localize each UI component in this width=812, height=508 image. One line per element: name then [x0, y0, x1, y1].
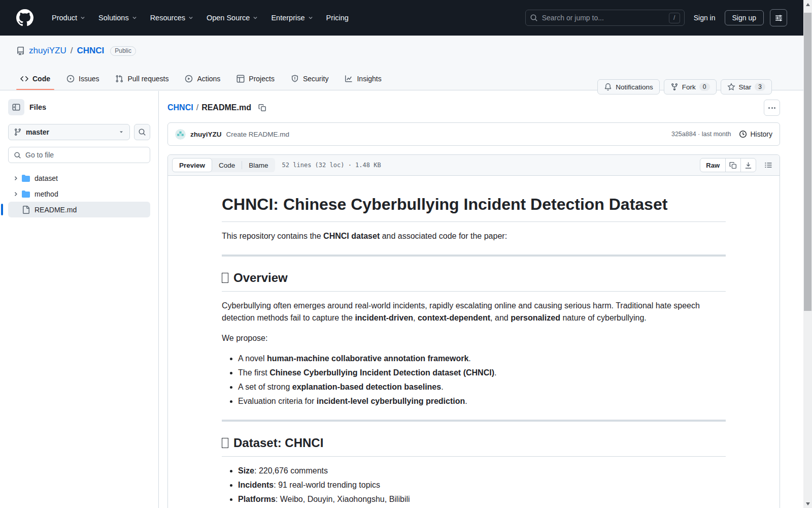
readme-h2: Dataset: CHNCI [222, 434, 726, 457]
graph-icon [345, 75, 353, 83]
file-view-main: CHNCI / README.md zhuyiYZU Create README… [159, 91, 803, 508]
list-item: Platforms: Weibo, Douyin, Xiaohongshu, B… [238, 493, 726, 505]
tab-projects[interactable]: Projects [228, 69, 283, 90]
readme-p: Cyberbullying often emerges around real-… [222, 300, 726, 324]
file-icon [22, 206, 30, 214]
outline-button[interactable] [761, 158, 775, 172]
text: , [413, 313, 418, 322]
copy-file-button[interactable] [725, 158, 740, 172]
tab-security[interactable]: Security [283, 69, 337, 90]
tree-item-readme[interactable]: README.md [8, 202, 150, 217]
search-icon [530, 14, 538, 22]
bold-text: context-dependent [418, 313, 490, 322]
tab-code[interactable]: Code [12, 69, 58, 90]
bold-text: CHNCI dataset [323, 232, 380, 240]
list-item: Size: 220,676 comments [238, 465, 726, 477]
tab-blame[interactable]: Blame [242, 158, 275, 172]
commit-meta: 325a884 · last month [671, 131, 731, 138]
breadcrumb-repo-link[interactable]: CHNCI [167, 103, 193, 112]
missing-emoji-icon [222, 273, 228, 283]
raw-button[interactable]: Raw [700, 158, 725, 172]
files-heading: Files [29, 103, 46, 111]
repo-tabs: Code Issues Pull requests Actions Projec… [0, 69, 402, 90]
copy-icon [729, 162, 737, 169]
chevron-down-icon [188, 15, 193, 20]
download-button[interactable] [740, 158, 756, 172]
tree-item-method[interactable]: method [8, 186, 150, 202]
file-content-box: Preview Code Blame 52 lines (32 loc) · 1… [167, 154, 780, 508]
bold-text: Chinese Cyberbullying Incident Detection… [269, 368, 494, 377]
sign-in-link[interactable]: Sign in [691, 11, 719, 25]
tab-insights[interactable]: Insights [336, 69, 389, 90]
repo-owner-link[interactable]: zhuyiYZU [29, 46, 66, 56]
bell-icon [604, 83, 612, 91]
star-icon [727, 83, 735, 91]
commit-author-link[interactable]: zhuyiYZU [190, 131, 222, 138]
search-tree-button[interactable] [134, 124, 150, 140]
header-right: / Sign in Sign up [525, 9, 787, 26]
tree-item-dataset[interactable]: dataset [8, 170, 150, 186]
nav-item-solutions[interactable]: Solutions [93, 10, 142, 26]
tab-pull-requests[interactable]: Pull requests [107, 69, 177, 90]
branch-name: master [26, 128, 49, 136]
text: . [465, 397, 467, 405]
tab-actions[interactable]: Actions [177, 69, 228, 90]
bold-text: Incidents [238, 481, 274, 489]
code-icon [20, 75, 28, 83]
global-header: Product Solutions Resources Open Source … [0, 0, 803, 36]
history-button[interactable]: History [739, 130, 772, 138]
text: . [441, 383, 443, 391]
appearance-settings-button[interactable] [770, 9, 787, 26]
go-to-file-input[interactable] [25, 151, 145, 159]
bold-text: personalized [511, 313, 560, 322]
shield-icon [291, 75, 299, 83]
bold-text: explanation-based detection baselines [292, 383, 441, 391]
text: . [494, 368, 496, 377]
global-search[interactable]: / [525, 10, 685, 26]
nav-item-open-source[interactable]: Open Source [201, 10, 263, 26]
text: and associated code for the paper: [380, 232, 507, 240]
tab-issues[interactable]: Issues [58, 69, 107, 90]
repo-name-link[interactable]: CHNCI [77, 46, 104, 56]
text: Evaluation criteria for [238, 397, 317, 405]
sign-up-button[interactable]: Sign up [725, 10, 764, 25]
list-item: The first Chinese Cyberbullying Incident… [238, 367, 726, 379]
copy-icon [258, 104, 266, 112]
text: A novel [238, 354, 267, 363]
bold-text: human-machine collaborative annotation f… [267, 354, 468, 363]
go-to-file-field[interactable] [8, 147, 150, 163]
git-branch-icon [14, 128, 22, 136]
raw-button-group: Raw [700, 158, 756, 172]
scrollbar-thumb[interactable] [804, 13, 811, 311]
nav-item-enterprise[interactable]: Enterprise [266, 10, 318, 26]
scrollbar-up-arrow[interactable] [803, 0, 812, 9]
issue-icon [66, 75, 75, 83]
scrollbar-down-arrow[interactable] [803, 499, 812, 508]
repo-title-row: zhuyiYZU / CHNCI Public [0, 36, 803, 56]
bold-text: Platforms [238, 495, 276, 503]
list-unordered-icon [764, 161, 772, 169]
tab-code-view[interactable]: Code [212, 158, 242, 172]
more-options-button[interactable] [764, 100, 780, 116]
tab-preview[interactable]: Preview [172, 158, 212, 172]
text: Overview [233, 271, 288, 284]
global-nav: Product Solutions Resources Open Source … [47, 10, 354, 26]
collapse-sidebar-button[interactable] [8, 99, 24, 115]
file-tree-sidebar: Files master dataset method READM [0, 91, 159, 508]
github-logo-icon[interactable] [16, 9, 33, 26]
nav-item-product[interactable]: Product [47, 10, 90, 26]
sidebar-panel-icon [12, 103, 20, 111]
readme-p: This repository contains the CHNCI datas… [222, 230, 726, 242]
branch-selector[interactable]: master [8, 124, 130, 140]
download-icon [745, 162, 752, 169]
bold-text: incident-level cyberbullying prediction [317, 397, 465, 405]
nav-item-resources[interactable]: Resources [145, 10, 198, 26]
nav-item-pricing[interactable]: Pricing [321, 10, 354, 26]
text: , and [490, 313, 511, 322]
search-input[interactable] [542, 14, 665, 22]
chevron-down-icon [132, 15, 137, 20]
commit-message-link[interactable]: Create README.md [226, 131, 290, 138]
text: CHNCI: Chinese Cyberbullying Incident De… [222, 195, 667, 213]
avatar[interactable] [175, 129, 186, 140]
copy-path-button[interactable] [256, 102, 268, 114]
